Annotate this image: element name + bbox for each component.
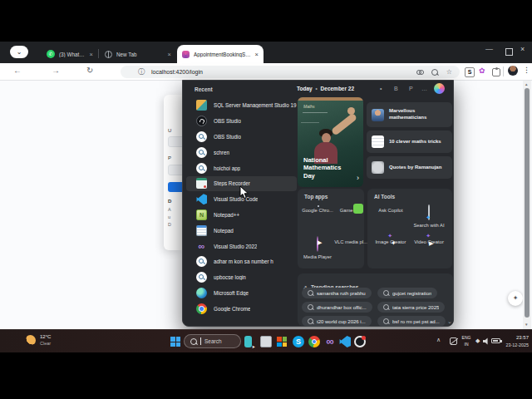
tray-clock[interactable]: 23:57 23-12-2025: [499, 334, 529, 348]
site-info-icon[interactable]: ⓘ: [138, 67, 145, 76]
chrome-taskbar-icon[interactable]: [308, 336, 320, 347]
forward-icon[interactable]: →: [52, 66, 60, 75]
app-ask-copilot[interactable]: Ask Copilot: [372, 205, 409, 213]
reload-icon[interactable]: ↻: [86, 66, 93, 75]
volume-icon[interactable]: [483, 337, 490, 345]
recent-item-upbocse-search[interactable]: upbocse login: [186, 269, 297, 285]
weather-moon-icon[interactable]: [25, 335, 36, 346]
visual-studio-taskbar-icon[interactable]: ∞: [324, 336, 336, 347]
tab-whatsapp[interactable]: ✆ (3) WhatsApp ×: [42, 45, 98, 63]
bookmark-star-icon[interactable]: ☆: [446, 68, 452, 76]
phone-link-icon[interactable]: [244, 336, 252, 347]
trending-pill[interactable]: t20 world cup 2026 i...: [302, 316, 372, 327]
copilot-icon[interactable]: [434, 83, 445, 94]
app-label: Media Player: [299, 254, 336, 259]
story-card-maths-tricks[interactable]: 10 clever maths tricks: [367, 131, 452, 153]
extensions-puzzle-icon[interactable]: [492, 68, 500, 76]
tab-appointment-booking[interactable]: AppointmentBookingSystem ×: [177, 45, 264, 63]
recent-item-obs-studio[interactable]: OBS Studio: [186, 113, 297, 129]
scroll-down-icon[interactable]: ▼: [525, 323, 528, 327]
login-button[interactable]: [168, 182, 182, 192]
tab-close-icon[interactable]: ×: [168, 51, 171, 58]
app-media-player[interactable]: Media Player: [299, 237, 336, 259]
recent-item-ssms[interactable]: SQL Server Management Studio 19: [186, 98, 297, 114]
url-text[interactable]: localhost:4200/login: [151, 69, 416, 75]
tab-new-tab[interactable]: New Tab ×: [100, 45, 176, 63]
start-button[interactable]: [170, 337, 180, 347]
app-video-creator[interactable]: Video Creator: [411, 237, 447, 244]
trending-pill[interactable]: gujcet registration: [377, 288, 437, 298]
recent-item-schren[interactable]: schren: [186, 145, 297, 160]
obs-taskbar-icon[interactable]: [354, 336, 366, 347]
app-game-bar[interactable]: Game Bar: [332, 205, 369, 213]
recent-item-visual-studio[interactable]: Visual Studio 2022: [186, 239, 297, 254]
skype-icon[interactable]: S: [293, 336, 304, 347]
recent-item-obs-search[interactable]: OBS Studio: [186, 129, 297, 145]
chevron-right-icon[interactable]: ›: [357, 174, 359, 182]
tab-close-icon[interactable]: ×: [255, 51, 259, 58]
task-view-icon[interactable]: [260, 336, 272, 347]
language-line2: IN: [459, 342, 474, 348]
widget-icon-2[interactable]: B: [394, 86, 398, 91]
address-bar[interactable]: ⓘ localhost:4200/login ☆: [121, 66, 460, 78]
browser-menu-icon[interactable]: ⋮: [523, 66, 530, 74]
profile-avatar[interactable]: [508, 66, 518, 76]
weather-temp[interactable]: 12°C: [40, 334, 51, 339]
scrollbar-thumb[interactable]: [525, 88, 530, 318]
app-image-creator[interactable]: Image Creator: [372, 237, 409, 244]
search-icon: [383, 290, 389, 296]
recent-section-title: Recent: [195, 86, 213, 92]
recent-item-edge[interactable]: Microsoft Edge: [186, 285, 297, 301]
widget-overflow-icon[interactable]: …: [421, 86, 427, 91]
assistant-floating-button[interactable]: ✦: [508, 291, 523, 306]
search-icon: [308, 318, 313, 324]
back-icon[interactable]: ←: [13, 66, 22, 75]
search-icon: [383, 318, 389, 324]
window-minimize-button[interactable]: —: [485, 45, 493, 53]
recent-item-notepad[interactable]: Notepad: [186, 223, 297, 239]
hero-card-national-mathematics-day[interactable]: Maths National Mathematics Day ›: [298, 97, 363, 187]
window-maximize-button[interactable]: [505, 48, 513, 56]
panel-scroll-down-icon[interactable]: ⌄: [447, 318, 452, 325]
password-input[interactable]: [168, 165, 182, 175]
recent-item-hoichoi[interactable]: hoichoi app: [186, 160, 297, 176]
trending-pill[interactable]: samantha ruth prabhu: [302, 288, 372, 298]
tab-close-icon[interactable]: ×: [90, 51, 93, 58]
taskbar-search-box[interactable]: Search: [184, 334, 241, 348]
weather-condition[interactable]: Clear: [40, 341, 51, 346]
dot-separator: •: [315, 86, 317, 91]
widget-icon-3[interactable]: P: [409, 86, 413, 91]
story-card-ramanujan[interactable]: Quotes by Ramanujan: [367, 156, 452, 179]
recent-item-adhar-search[interactable]: adhar m kon sa number h: [186, 254, 297, 270]
search-ai-icon: [428, 204, 430, 220]
reading-mode-icon[interactable]: [416, 70, 424, 74]
page-scrollbar[interactable]: ▲ ▼: [523, 81, 531, 329]
recent-item-notepad-plus[interactable]: Notepad++: [186, 207, 297, 223]
trending-pill[interactable]: tata sierra price 2025: [377, 302, 445, 313]
obs-icon: [196, 116, 207, 126]
username-input[interactable]: [168, 136, 182, 147]
chalk-scribble: [303, 112, 328, 113]
pill-label: tata sierra price 2025: [392, 305, 439, 310]
app-search-with-ai[interactable]: Search with AI: [411, 205, 447, 228]
app-vlc[interactable]: VLC media pl...: [332, 237, 369, 244]
microsoft-apps-icon[interactable]: [276, 336, 288, 347]
network-icon[interactable]: ◆: [475, 337, 480, 344]
extension-s-icon[interactable]: S: [465, 67, 475, 77]
tab-search-button[interactable]: ⌄: [10, 46, 28, 58]
tray-chevron-icon[interactable]: ∧: [436, 337, 441, 343]
window-close-button[interactable]: ×: [520, 45, 525, 53]
vscode-taskbar-icon[interactable]: [339, 336, 351, 347]
app-google-chrome[interactable]: Google Chro...: [299, 205, 336, 213]
tray-status-icon[interactable]: [450, 337, 457, 345]
trending-pill[interactable]: dhurandhar box offic...: [302, 302, 372, 313]
widget-icon-1[interactable]: •: [380, 86, 382, 91]
today-header: Today • December 22: [297, 86, 354, 91]
recent-item-chrome[interactable]: Google Chrome: [186, 301, 297, 317]
language-indicator[interactable]: ENG IN: [459, 335, 474, 347]
trending-pill[interactable]: bsf ro rm pet pst ad...: [377, 316, 446, 327]
extension-flower-icon[interactable]: ✿: [479, 66, 485, 75]
story-card-mathematicians[interactable]: Marvellous mathematicians: [367, 102, 452, 127]
zoom-icon[interactable]: [431, 69, 438, 76]
scroll-up-icon[interactable]: ▲: [525, 82, 528, 86]
